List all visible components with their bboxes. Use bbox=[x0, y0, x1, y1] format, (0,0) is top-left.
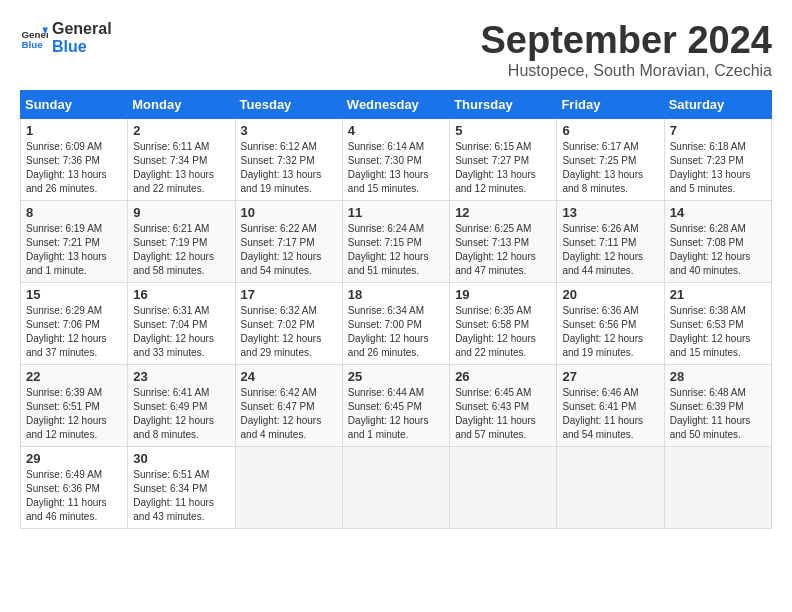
day-number: 26 bbox=[455, 369, 551, 384]
weekday-header-row: SundayMondayTuesdayWednesdayThursdayFrid… bbox=[21, 90, 772, 118]
title-area: September 2024 Hustopece, South Moravian… bbox=[481, 20, 773, 80]
day-number: 13 bbox=[562, 205, 658, 220]
day-number: 17 bbox=[241, 287, 337, 302]
day-info: Sunrise: 6:49 AMSunset: 6:36 PMDaylight:… bbox=[26, 469, 107, 522]
day-number: 15 bbox=[26, 287, 122, 302]
day-info: Sunrise: 6:21 AMSunset: 7:19 PMDaylight:… bbox=[133, 223, 214, 276]
calendar-cell: 24 Sunrise: 6:42 AMSunset: 6:47 PMDaylig… bbox=[235, 364, 342, 446]
day-number: 30 bbox=[133, 451, 229, 466]
day-number: 11 bbox=[348, 205, 444, 220]
month-title: September 2024 bbox=[481, 20, 773, 62]
day-number: 28 bbox=[670, 369, 766, 384]
calendar-cell: 27 Sunrise: 6:46 AMSunset: 6:41 PMDaylig… bbox=[557, 364, 664, 446]
calendar-cell bbox=[557, 446, 664, 528]
calendar-table: SundayMondayTuesdayWednesdayThursdayFrid… bbox=[20, 90, 772, 529]
day-number: 10 bbox=[241, 205, 337, 220]
calendar-cell: 14 Sunrise: 6:28 AMSunset: 7:08 PMDaylig… bbox=[664, 200, 771, 282]
day-info: Sunrise: 6:35 AMSunset: 6:58 PMDaylight:… bbox=[455, 305, 536, 358]
day-info: Sunrise: 6:26 AMSunset: 7:11 PMDaylight:… bbox=[562, 223, 643, 276]
day-info: Sunrise: 6:42 AMSunset: 6:47 PMDaylight:… bbox=[241, 387, 322, 440]
day-number: 6 bbox=[562, 123, 658, 138]
calendar-cell bbox=[450, 446, 557, 528]
day-info: Sunrise: 6:17 AMSunset: 7:25 PMDaylight:… bbox=[562, 141, 643, 194]
weekday-sunday: Sunday bbox=[21, 90, 128, 118]
logo-blue: Blue bbox=[52, 38, 112, 56]
day-info: Sunrise: 6:12 AMSunset: 7:32 PMDaylight:… bbox=[241, 141, 322, 194]
day-number: 27 bbox=[562, 369, 658, 384]
calendar-week-4: 22 Sunrise: 6:39 AMSunset: 6:51 PMDaylig… bbox=[21, 364, 772, 446]
day-number: 19 bbox=[455, 287, 551, 302]
calendar-week-5: 29 Sunrise: 6:49 AMSunset: 6:36 PMDaylig… bbox=[21, 446, 772, 528]
calendar-cell: 16 Sunrise: 6:31 AMSunset: 7:04 PMDaylig… bbox=[128, 282, 235, 364]
day-number: 16 bbox=[133, 287, 229, 302]
logo-general: General bbox=[52, 20, 112, 38]
day-info: Sunrise: 6:11 AMSunset: 7:34 PMDaylight:… bbox=[133, 141, 214, 194]
day-number: 3 bbox=[241, 123, 337, 138]
day-number: 21 bbox=[670, 287, 766, 302]
calendar-cell: 3 Sunrise: 6:12 AMSunset: 7:32 PMDayligh… bbox=[235, 118, 342, 200]
calendar-cell: 2 Sunrise: 6:11 AMSunset: 7:34 PMDayligh… bbox=[128, 118, 235, 200]
calendar-cell: 12 Sunrise: 6:25 AMSunset: 7:13 PMDaylig… bbox=[450, 200, 557, 282]
day-info: Sunrise: 6:14 AMSunset: 7:30 PMDaylight:… bbox=[348, 141, 429, 194]
calendar-cell bbox=[235, 446, 342, 528]
day-number: 7 bbox=[670, 123, 766, 138]
svg-text:Blue: Blue bbox=[21, 38, 43, 49]
calendar-cell: 4 Sunrise: 6:14 AMSunset: 7:30 PMDayligh… bbox=[342, 118, 449, 200]
calendar-cell bbox=[342, 446, 449, 528]
calendar-cell: 5 Sunrise: 6:15 AMSunset: 7:27 PMDayligh… bbox=[450, 118, 557, 200]
day-number: 8 bbox=[26, 205, 122, 220]
calendar-cell: 13 Sunrise: 6:26 AMSunset: 7:11 PMDaylig… bbox=[557, 200, 664, 282]
day-info: Sunrise: 6:15 AMSunset: 7:27 PMDaylight:… bbox=[455, 141, 536, 194]
calendar-cell: 6 Sunrise: 6:17 AMSunset: 7:25 PMDayligh… bbox=[557, 118, 664, 200]
day-number: 29 bbox=[26, 451, 122, 466]
day-info: Sunrise: 6:19 AMSunset: 7:21 PMDaylight:… bbox=[26, 223, 107, 276]
day-number: 24 bbox=[241, 369, 337, 384]
calendar-cell: 26 Sunrise: 6:45 AMSunset: 6:43 PMDaylig… bbox=[450, 364, 557, 446]
calendar-cell: 10 Sunrise: 6:22 AMSunset: 7:17 PMDaylig… bbox=[235, 200, 342, 282]
day-number: 4 bbox=[348, 123, 444, 138]
calendar-cell: 18 Sunrise: 6:34 AMSunset: 7:00 PMDaylig… bbox=[342, 282, 449, 364]
calendar-cell: 9 Sunrise: 6:21 AMSunset: 7:19 PMDayligh… bbox=[128, 200, 235, 282]
day-info: Sunrise: 6:38 AMSunset: 6:53 PMDaylight:… bbox=[670, 305, 751, 358]
day-number: 5 bbox=[455, 123, 551, 138]
day-number: 18 bbox=[348, 287, 444, 302]
calendar-cell: 25 Sunrise: 6:44 AMSunset: 6:45 PMDaylig… bbox=[342, 364, 449, 446]
calendar-cell: 11 Sunrise: 6:24 AMSunset: 7:15 PMDaylig… bbox=[342, 200, 449, 282]
location-subtitle: Hustopece, South Moravian, Czechia bbox=[481, 62, 773, 80]
day-number: 2 bbox=[133, 123, 229, 138]
day-number: 14 bbox=[670, 205, 766, 220]
day-info: Sunrise: 6:34 AMSunset: 7:00 PMDaylight:… bbox=[348, 305, 429, 358]
day-info: Sunrise: 6:29 AMSunset: 7:06 PMDaylight:… bbox=[26, 305, 107, 358]
day-number: 1 bbox=[26, 123, 122, 138]
day-number: 25 bbox=[348, 369, 444, 384]
logo-icon: General Blue bbox=[20, 24, 48, 52]
page-header: General Blue General Blue September 2024… bbox=[20, 20, 772, 80]
weekday-monday: Monday bbox=[128, 90, 235, 118]
day-info: Sunrise: 6:18 AMSunset: 7:23 PMDaylight:… bbox=[670, 141, 751, 194]
day-info: Sunrise: 6:32 AMSunset: 7:02 PMDaylight:… bbox=[241, 305, 322, 358]
weekday-tuesday: Tuesday bbox=[235, 90, 342, 118]
day-info: Sunrise: 6:22 AMSunset: 7:17 PMDaylight:… bbox=[241, 223, 322, 276]
day-info: Sunrise: 6:25 AMSunset: 7:13 PMDaylight:… bbox=[455, 223, 536, 276]
day-info: Sunrise: 6:51 AMSunset: 6:34 PMDaylight:… bbox=[133, 469, 214, 522]
calendar-cell: 15 Sunrise: 6:29 AMSunset: 7:06 PMDaylig… bbox=[21, 282, 128, 364]
calendar-week-3: 15 Sunrise: 6:29 AMSunset: 7:06 PMDaylig… bbox=[21, 282, 772, 364]
weekday-wednesday: Wednesday bbox=[342, 90, 449, 118]
calendar-cell: 1 Sunrise: 6:09 AMSunset: 7:36 PMDayligh… bbox=[21, 118, 128, 200]
calendar-cell: 21 Sunrise: 6:38 AMSunset: 6:53 PMDaylig… bbox=[664, 282, 771, 364]
calendar-cell: 29 Sunrise: 6:49 AMSunset: 6:36 PMDaylig… bbox=[21, 446, 128, 528]
day-number: 22 bbox=[26, 369, 122, 384]
calendar-cell: 23 Sunrise: 6:41 AMSunset: 6:49 PMDaylig… bbox=[128, 364, 235, 446]
calendar-cell: 28 Sunrise: 6:48 AMSunset: 6:39 PMDaylig… bbox=[664, 364, 771, 446]
logo: General Blue General Blue bbox=[20, 20, 112, 55]
calendar-cell: 22 Sunrise: 6:39 AMSunset: 6:51 PMDaylig… bbox=[21, 364, 128, 446]
calendar-cell: 20 Sunrise: 6:36 AMSunset: 6:56 PMDaylig… bbox=[557, 282, 664, 364]
calendar-week-1: 1 Sunrise: 6:09 AMSunset: 7:36 PMDayligh… bbox=[21, 118, 772, 200]
day-number: 12 bbox=[455, 205, 551, 220]
calendar-week-2: 8 Sunrise: 6:19 AMSunset: 7:21 PMDayligh… bbox=[21, 200, 772, 282]
day-info: Sunrise: 6:24 AMSunset: 7:15 PMDaylight:… bbox=[348, 223, 429, 276]
weekday-thursday: Thursday bbox=[450, 90, 557, 118]
day-info: Sunrise: 6:39 AMSunset: 6:51 PMDaylight:… bbox=[26, 387, 107, 440]
day-info: Sunrise: 6:41 AMSunset: 6:49 PMDaylight:… bbox=[133, 387, 214, 440]
calendar-body: 1 Sunrise: 6:09 AMSunset: 7:36 PMDayligh… bbox=[21, 118, 772, 528]
